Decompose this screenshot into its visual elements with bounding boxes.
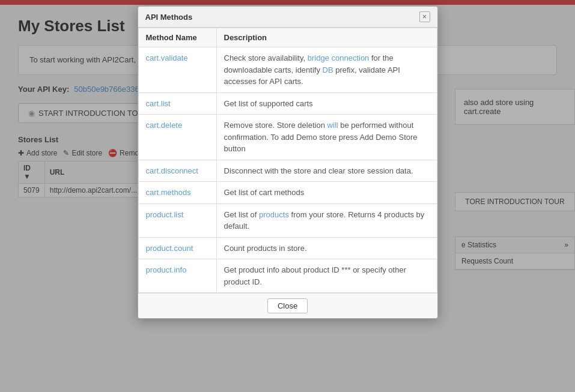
table-header-row: Method Name Description (138, 28, 437, 47)
modal-title: API Methods (145, 13, 193, 22)
table-row: product.listGet list of products from yo… (138, 204, 437, 237)
table-row: product.infoGet product info about produ… (138, 259, 437, 293)
method-name-cell[interactable]: cart.delete (138, 115, 216, 160)
method-link[interactable]: cart.methods (146, 188, 191, 197)
method-name-cell[interactable]: cart.disconnect (138, 160, 216, 182)
method-link[interactable]: cart.delete (146, 121, 183, 130)
table-row: cart.listGet list of supported carts (138, 92, 437, 115)
desc-cell: Count products in store. (216, 237, 437, 259)
method-link[interactable]: cart.disconnect (146, 166, 198, 175)
table-row: cart.disconnectDisconnect with the store… (138, 160, 437, 182)
close-button[interactable]: Close (267, 298, 308, 313)
method-name-cell[interactable]: cart.validate (138, 47, 216, 93)
desc-cell: Check store availability, bridge connect… (216, 47, 437, 93)
method-link[interactable]: product.list (146, 210, 184, 219)
method-name-cell[interactable]: product.info (138, 259, 216, 293)
method-name-cell[interactable]: product.list (138, 204, 216, 237)
modal-table: Method Name Description cart.validateChe… (138, 28, 437, 293)
desc-cell: Disconnect with the store and clear stor… (216, 160, 437, 182)
method-link[interactable]: product.info (146, 265, 187, 274)
method-name-cell[interactable]: cart.list (138, 92, 216, 115)
col-desc-header: Description (216, 28, 437, 47)
desc-cell: Get list of products from your store. Re… (216, 204, 437, 237)
table-row: cart.validateCheck store availability, b… (138, 47, 437, 93)
table-row: cart.deleteRemove store. Store deletion … (138, 115, 437, 160)
col-method-header: Method Name (138, 28, 216, 47)
desc-cell: Get product info about product ID *** or… (216, 259, 437, 293)
table-row: product.countCount products in store. (138, 237, 437, 259)
desc-cell: Get list of cart methods (216, 182, 437, 204)
modal-footer: Close (138, 293, 437, 318)
method-link[interactable]: cart.validate (146, 53, 188, 62)
table-row: cart.methodsGet list of cart methods (138, 182, 437, 204)
modal-close-button[interactable]: × (419, 11, 430, 22)
modal-body[interactable]: Method Name Description cart.validateChe… (138, 28, 437, 293)
method-name-cell[interactable]: cart.methods (138, 182, 216, 204)
desc-cell: Remove store. Store deletion will be per… (216, 115, 437, 160)
api-methods-modal: API Methods × Method Name Description ca… (138, 6, 438, 319)
desc-cell: Get list of supported carts (216, 92, 437, 115)
method-link[interactable]: cart.list (146, 99, 171, 108)
modal-header: API Methods × (138, 7, 437, 28)
method-name-cell[interactable]: product.count (138, 237, 216, 259)
method-link[interactable]: product.count (146, 244, 193, 253)
